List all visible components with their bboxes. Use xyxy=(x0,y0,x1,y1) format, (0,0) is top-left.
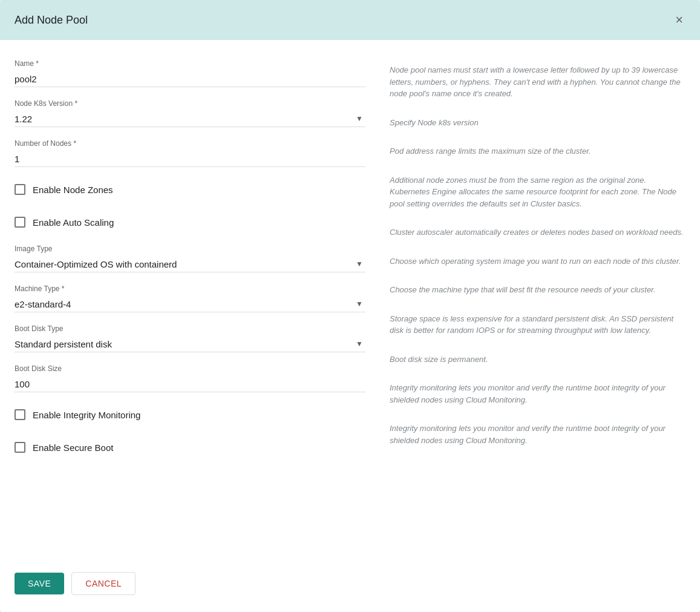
name-input[interactable] xyxy=(15,70,365,87)
hint-boot-disk-type: Storage space is less expensive for a st… xyxy=(390,311,685,339)
num-nodes-field-group: Number of Nodes * xyxy=(15,139,365,167)
enable-auto-scaling-checkbox[interactable] xyxy=(15,217,25,228)
hint-auto-scaling: Cluster autoscaler automatically creates… xyxy=(390,224,685,241)
cancel-button[interactable]: CANCEL xyxy=(71,572,136,595)
dialog-title: Add Node Pool xyxy=(15,14,88,27)
save-button[interactable]: SAVE xyxy=(15,573,64,594)
boot-disk-size-input[interactable] xyxy=(15,375,365,392)
image-type-field-group: Image Type Container-Optimized OS with c… xyxy=(15,245,365,272)
enable-node-zones-row[interactable]: Enable Node Zones xyxy=(15,179,365,200)
enable-secure-boot-label: Enable Secure Boot xyxy=(33,443,113,453)
hint-num-nodes: Pod address range limits the maximum siz… xyxy=(390,143,685,160)
k8s-version-field-group: Node K8s Version * 1.22 1.21 1.20 ▼ xyxy=(15,99,365,127)
enable-integrity-checkbox[interactable] xyxy=(15,409,25,420)
num-nodes-label: Number of Nodes * xyxy=(15,139,365,148)
hint-secure-boot: Integrity monitoring lets you monitor an… xyxy=(390,420,685,449)
dialog-header: Add Node Pool × xyxy=(0,0,700,40)
boot-disk-size-label: Boot Disk Size xyxy=(15,364,365,373)
boot-disk-type-select[interactable]: Standard persistent disk SSD persistent … xyxy=(15,335,365,352)
dialog-footer: SAVE CANCEL xyxy=(0,562,700,612)
name-field-group: Name * xyxy=(15,59,365,87)
right-panel: Node pool names must start with a lowerc… xyxy=(390,59,685,553)
k8s-version-select[interactable]: 1.22 1.21 1.20 xyxy=(15,110,365,127)
enable-secure-boot-row[interactable]: Enable Secure Boot xyxy=(15,437,365,458)
boot-disk-size-field-group: Boot Disk Size xyxy=(15,364,365,392)
add-node-pool-dialog: Add Node Pool × Name * Node K8s Version … xyxy=(0,0,700,612)
dialog-body: Name * Node K8s Version * 1.22 1.21 1.20… xyxy=(0,40,700,562)
machine-type-field-group: Machine Type * e2-standard-4 e2-standard… xyxy=(15,285,365,312)
hint-image-type: Choose which operating system image you … xyxy=(390,253,685,270)
enable-node-zones-checkbox[interactable] xyxy=(15,184,25,195)
enable-node-zones-label: Enable Node Zones xyxy=(33,185,113,195)
close-button[interactable]: × xyxy=(673,11,685,29)
image-type-select[interactable]: Container-Optimized OS with containerd U… xyxy=(15,255,365,272)
enable-integrity-label: Enable Integrity Monitoring xyxy=(33,410,140,420)
machine-type-label: Machine Type * xyxy=(15,285,365,293)
machine-type-select-wrapper: e2-standard-4 e2-standard-2 n1-standard-… xyxy=(15,295,365,312)
image-type-select-wrapper: Container-Optimized OS with containerd U… xyxy=(15,255,365,272)
k8s-version-select-wrapper: 1.22 1.21 1.20 ▼ xyxy=(15,110,365,127)
name-label: Name * xyxy=(15,59,365,68)
boot-disk-type-select-wrapper: Standard persistent disk SSD persistent … xyxy=(15,335,365,352)
enable-secure-boot-checkbox[interactable] xyxy=(15,442,25,453)
enable-auto-scaling-label: Enable Auto Scaling xyxy=(33,217,114,228)
machine-type-select[interactable]: e2-standard-4 e2-standard-2 n1-standard-… xyxy=(15,295,365,312)
hint-node-zones: Additional node zones must be from the s… xyxy=(390,172,685,212)
num-nodes-input[interactable] xyxy=(15,150,365,167)
boot-disk-type-label: Boot Disk Type xyxy=(15,324,365,333)
hint-k8s-version: Specify Node k8s version xyxy=(390,114,685,131)
boot-disk-type-field-group: Boot Disk Type Standard persistent disk … xyxy=(15,324,365,352)
k8s-version-label: Node K8s Version * xyxy=(15,99,365,108)
hint-integrity: Integrity monitoring lets you monitor an… xyxy=(390,380,685,408)
image-type-label: Image Type xyxy=(15,245,365,253)
left-panel: Name * Node K8s Version * 1.22 1.21 1.20… xyxy=(15,59,365,553)
enable-integrity-row[interactable]: Enable Integrity Monitoring xyxy=(15,404,365,425)
hint-machine-type: Choose the machine type that will best f… xyxy=(390,281,685,298)
hint-name: Node pool names must start with a lowerc… xyxy=(390,62,685,102)
enable-auto-scaling-row[interactable]: Enable Auto Scaling xyxy=(15,212,365,232)
hint-boot-disk-size: Boot disk size is permanent. xyxy=(390,351,685,368)
